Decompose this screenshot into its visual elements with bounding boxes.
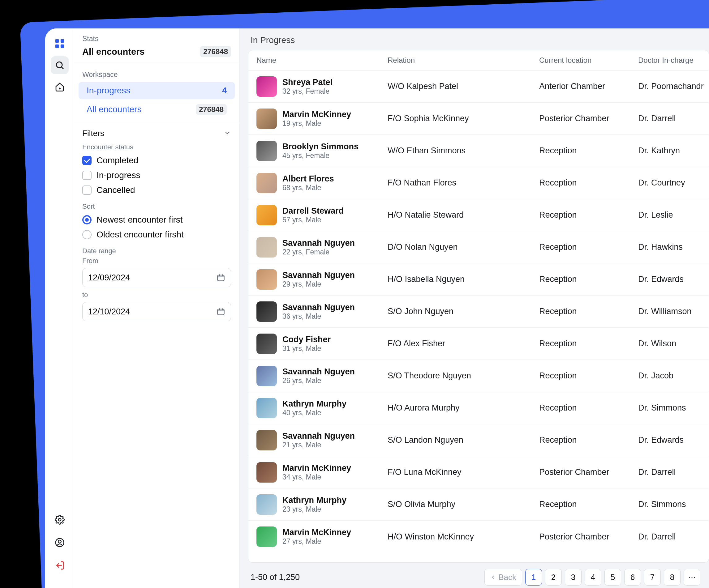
avatar xyxy=(257,76,277,97)
gear-icon xyxy=(55,515,64,525)
nav-settings[interactable] xyxy=(51,511,69,529)
patient-meta: 68 yrs, Male xyxy=(283,184,334,192)
cell-location: Posterior Chamber xyxy=(539,532,638,542)
nav-rail xyxy=(45,28,74,588)
filters-label: Filters xyxy=(82,129,104,138)
table-row[interactable]: Savannah Nguyen 22 yrs, Female D/O Nolan… xyxy=(248,231,709,263)
cell-doctor: Dr. Williamson xyxy=(638,307,709,316)
checkbox-icon xyxy=(82,186,91,195)
cell-doctor: Dr. Edwards xyxy=(638,275,709,284)
patient-meta: 32 yrs, Female xyxy=(283,87,333,95)
pager-page[interactable]: 3 xyxy=(565,569,582,586)
radio-icon xyxy=(82,230,91,239)
pager-more[interactable]: ⋯ xyxy=(684,569,700,586)
avatar xyxy=(257,237,277,257)
cell-doctor: Dr. Leslie xyxy=(638,210,709,220)
patient-meta: 19 yrs, Male xyxy=(283,119,351,128)
table-row[interactable]: Savannah Nguyen 29 yrs, Male H/O Isabell… xyxy=(248,263,709,296)
col-relation[interactable]: Relation xyxy=(388,56,539,65)
date-from-value: 12/09/2024 xyxy=(88,273,130,283)
patient-meta: 36 yrs, Male xyxy=(283,312,355,320)
table-row[interactable]: Darrell Steward 57 yrs, Male H/O Natalie… xyxy=(248,199,709,231)
col-name[interactable]: Name xyxy=(248,56,388,65)
home-icon xyxy=(55,82,64,92)
table-row[interactable]: Shreya Patel 32 yrs, Female W/O Kalpesh … xyxy=(248,71,709,103)
nav-search[interactable] xyxy=(51,56,69,74)
table-row[interactable]: Brooklyn Simmons 45 yrs, Female W/O Etha… xyxy=(248,135,709,167)
cell-location: Posterior Chamber xyxy=(539,114,638,123)
table-row[interactable]: Marvin McKinney 34 yrs, Male F/O Luna Mc… xyxy=(248,456,709,488)
svg-point-4 xyxy=(56,62,62,68)
table-row[interactable]: Marvin McKinney 19 yrs, Male F/O Sophia … xyxy=(248,103,709,135)
cell-location: Reception xyxy=(539,146,638,156)
ws-count: 4 xyxy=(222,86,227,95)
table-row[interactable]: Savannah Nguyen 36 yrs, Male S/O John Ng… xyxy=(248,296,709,328)
patient-name: Cody Fisher xyxy=(283,335,331,344)
table-row[interactable]: Kathryn Murphy 23 yrs, Male S/O Olivia M… xyxy=(248,488,709,521)
pager-page[interactable]: 5 xyxy=(604,569,621,586)
cell-doctor: Dr. Darrell xyxy=(638,532,709,542)
sort-opt-oldest[interactable]: Oldest encounter firsht xyxy=(74,227,239,242)
table-row[interactable]: Albert Flores 68 yrs, Male F/O Nathan Fl… xyxy=(248,167,709,199)
date-to-input[interactable]: 12/10/2024 xyxy=(82,302,231,321)
patient-name: Marvin McKinney xyxy=(283,110,351,119)
pager-page[interactable]: 4 xyxy=(585,569,601,586)
ws-item-inprogress[interactable]: In-progress 4 xyxy=(79,82,235,99)
svg-rect-2 xyxy=(55,45,58,48)
chevron-left-icon xyxy=(490,575,496,580)
nav-dashboard[interactable] xyxy=(51,35,69,53)
cell-relation: H/O Aurora Murphy xyxy=(388,403,539,413)
cell-relation: F/O Sophia McKinney xyxy=(388,114,539,123)
from-label: From xyxy=(74,257,239,267)
status-opt-inprogress[interactable]: In-progress xyxy=(74,168,239,183)
table-row[interactable]: Cody Fisher 31 yrs, Male F/O Alex Fisher… xyxy=(248,328,709,360)
pager-page[interactable]: 7 xyxy=(644,569,661,586)
nav-profile[interactable] xyxy=(51,534,69,552)
table-row[interactable]: Savannah Nguyen 26 yrs, Male S/O Theodor… xyxy=(248,360,709,392)
col-doctor[interactable]: Doctor In-charge xyxy=(638,56,709,65)
patient-meta: 40 yrs, Male xyxy=(283,409,346,417)
avatar xyxy=(257,527,277,547)
cell-location: Reception xyxy=(539,275,638,284)
cell-location: Reception xyxy=(539,371,638,381)
patient-meta: 27 yrs, Male xyxy=(283,537,351,545)
cell-doctor: Dr. Darrell xyxy=(638,468,709,477)
svg-line-5 xyxy=(61,67,63,69)
pager-page[interactable]: 2 xyxy=(545,569,562,586)
table-row[interactable]: Savannah Nguyen 21 yrs, Male S/O Landon … xyxy=(248,424,709,456)
pager-back[interactable]: Back xyxy=(484,569,522,586)
table-row[interactable]: Kathryn Murphy 40 yrs, Male H/O Aurora M… xyxy=(248,392,709,424)
ws-item-all[interactable]: All encounters 276848 xyxy=(79,101,235,118)
status-opt-completed[interactable]: Completed xyxy=(74,153,239,168)
workspace-label: Workspace xyxy=(82,71,231,79)
cell-relation: S/O Landon Nguyen xyxy=(388,435,539,445)
checkbox-icon xyxy=(82,171,91,180)
sidebar-panel: Stats All encounters 276848 Workspace In… xyxy=(74,28,239,588)
chevron-down-icon[interactable] xyxy=(224,129,231,138)
col-location[interactable]: Current location xyxy=(539,56,638,65)
pager-page[interactable]: 6 xyxy=(624,569,641,586)
cell-doctor: Dr. Kathryn xyxy=(638,146,709,156)
status-opt-cancelled[interactable]: Cancelled xyxy=(74,183,239,198)
cell-relation: F/O Nathan Flores xyxy=(388,178,539,188)
avatar xyxy=(257,462,277,483)
cell-location: Reception xyxy=(539,242,638,252)
date-from-input[interactable]: 12/09/2024 xyxy=(82,268,231,287)
pager-page[interactable]: 1 xyxy=(525,569,542,586)
cell-doctor: Dr. Hawkins xyxy=(638,242,709,252)
cell-doctor: Dr. Poornachandr xyxy=(638,82,709,91)
nav-home[interactable] xyxy=(51,78,69,96)
nav-logout[interactable] xyxy=(51,557,69,575)
stats-badge: 276848 xyxy=(200,46,231,57)
encounters-table: Name Relation Current location Doctor In… xyxy=(248,50,709,563)
sort-opt-newest[interactable]: Newest encounter first xyxy=(74,213,239,227)
pager-page[interactable]: 8 xyxy=(664,569,681,586)
avatar xyxy=(257,366,277,386)
avatar xyxy=(257,173,277,193)
date-to-value: 12/10/2024 xyxy=(88,307,130,316)
user-icon xyxy=(55,538,64,548)
table-row[interactable]: Marvin McKinney 27 yrs, Male H/O Winston… xyxy=(248,521,709,553)
avatar xyxy=(257,141,277,161)
svg-rect-0 xyxy=(55,39,58,43)
grid-icon xyxy=(54,38,65,49)
